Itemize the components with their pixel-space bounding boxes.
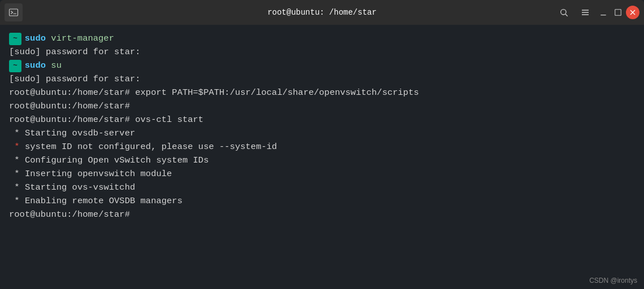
text-2: [sudo] password for star: [9, 45, 141, 59]
minimize-icon [599, 8, 607, 16]
line-6: root@ubuntu:/home/star# [9, 99, 635, 113]
svg-rect-8 [615, 10, 621, 16]
svg-line-3 [565, 14, 568, 16]
star-error-9: * [9, 140, 25, 154]
star-ok-10: * Configuring Open vSwitch system IDs [9, 154, 208, 167]
text-14: root@ubuntu:/home/star# [9, 208, 130, 221]
text-4: [sudo] password for star: [9, 72, 141, 86]
star-ok-11: * Inserting openvswitch module [9, 167, 172, 181]
svg-point-2 [561, 10, 566, 15]
sudo-keyword-1: sudo [25, 32, 46, 45]
terminal-body[interactable]: ~ sudo virt-manager [sudo] password for … [0, 25, 644, 289]
app-icon [5, 3, 23, 21]
text-7: root@ubuntu:/home/star# ovs-ctl start [9, 113, 203, 126]
close-button[interactable] [626, 6, 639, 19]
window-controls [554, 3, 639, 21]
line-14: root@ubuntu:/home/star# [9, 208, 635, 221]
line-1: ~ sudo virt-manager [9, 32, 635, 45]
text-5: root@ubuntu:/home/star# export PATH=$PAT… [9, 86, 419, 99]
text-error-9: system ID not configured, please use --s… [25, 140, 277, 154]
menu-button[interactable] [575, 3, 595, 21]
line-7: root@ubuntu:/home/star# ovs-ctl start [9, 113, 635, 126]
cmd-1: virt-manager [46, 32, 114, 45]
star-ok-13: * Enabling remote OVSDB managers [9, 194, 182, 208]
line-11: * Inserting openvswitch module [9, 167, 635, 181]
close-icon [629, 9, 636, 16]
cmd-3: su [46, 59, 62, 72]
star-ok-8: * Starting ovsdb-server [9, 126, 135, 140]
search-button[interactable] [554, 3, 574, 21]
line-2: [sudo] password for star: [9, 45, 635, 59]
prompt-badge-1: ~ [9, 33, 21, 45]
watermark: CSDN @irontys [589, 277, 637, 284]
line-5: root@ubuntu:/home/star# export PATH=$PAT… [9, 86, 635, 99]
text-6: root@ubuntu:/home/star# [9, 99, 130, 113]
sudo-keyword-3: sudo [25, 59, 46, 72]
maximize-icon [614, 8, 622, 16]
svg-rect-0 [10, 9, 18, 16]
line-8: * Starting ovsdb-server [9, 126, 635, 140]
line-13: * Enabling remote OVSDB managers [9, 194, 635, 208]
line-12: * Starting ovs-vswitchd [9, 181, 635, 194]
line-9: * system ID not configured, please use -… [9, 140, 635, 154]
search-icon [559, 8, 568, 17]
line-3: ~ sudo su [9, 59, 635, 72]
line-4: [sudo] password for star: [9, 72, 635, 86]
maximize-button[interactable] [611, 6, 625, 19]
line-10: * Configuring Open vSwitch system IDs [9, 154, 635, 167]
window-title: root@ubuntu: /home/star [267, 8, 376, 17]
minimize-button[interactable] [597, 6, 610, 19]
terminal-icon [8, 7, 19, 17]
titlebar-left [5, 3, 25, 21]
prompt-badge-3: ~ [9, 60, 21, 72]
titlebar: root@ubuntu: /home/star [0, 0, 644, 25]
star-ok-12: * Starting ovs-vswitchd [9, 181, 135, 194]
terminal-window: root@ubuntu: /home/star [0, 0, 644, 289]
hamburger-icon [581, 8, 590, 17]
